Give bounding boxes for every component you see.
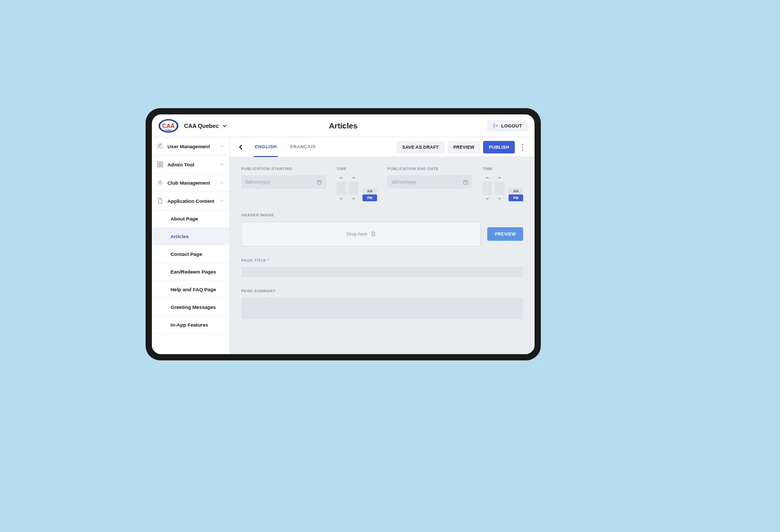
svg-point-9 [159, 181, 161, 184]
sidebar-item-application-content[interactable]: Application Content [152, 192, 229, 210]
sidebar-subitem-greeting[interactable]: Greeting Messages [152, 299, 229, 316]
end-hour-input[interactable] [483, 181, 492, 195]
more-vertical-icon [522, 144, 524, 151]
logout-label: LOGOUT [501, 123, 522, 128]
sidebar-item-label: Admin Tool [167, 162, 216, 167]
pub-end-date-input[interactable] [387, 175, 472, 189]
svg-point-11 [522, 146, 523, 147]
tablet-frame: CAAQUEBEC CAA Quebec Articles LOGOUT Use… [146, 108, 541, 360]
grid-icon [157, 161, 163, 167]
users-icon [157, 143, 163, 149]
time-label: TIME [336, 166, 377, 171]
logout-icon [493, 123, 498, 128]
sidebar-item-label: Club Management [167, 180, 216, 186]
svg-point-12 [522, 149, 523, 150]
tab-francais[interactable]: FRANÇAIS [289, 137, 317, 157]
language-tabs: ENGLISH FRANÇAIS [254, 137, 317, 157]
app-screen: CAAQUEBEC CAA Quebec Articles LOGOUT Use… [152, 114, 535, 354]
page-summary-input[interactable] [241, 297, 523, 319]
chevron-down-icon [220, 180, 224, 185]
sidebar-item-admin-tool[interactable]: Admin Tool [152, 155, 229, 174]
end-pm-button[interactable]: PM [509, 194, 523, 201]
toolbar: ENGLISH FRANÇAIS SAVE AS DRAFT PREVIEW P… [230, 137, 535, 157]
header-image-dropzone[interactable]: Drop here [241, 222, 481, 246]
svg-text:CAA: CAA [162, 123, 175, 129]
sidebar-subitem-help-faq[interactable]: Help and FAQ Page [152, 281, 229, 299]
tab-english[interactable]: ENGLISH [254, 137, 278, 157]
sidebar: User Management Admin Tool Club Manageme… [152, 137, 230, 354]
sidebar-subitem-about-page[interactable]: About Page [152, 210, 229, 228]
svg-rect-14 [463, 180, 467, 184]
minute-input[interactable] [349, 181, 358, 195]
calendar-icon [317, 179, 322, 185]
sidebar-item-label: Application Content [167, 198, 216, 204]
ampm-toggle: AM PM [362, 188, 377, 201]
caa-logo: CAAQUEBEC [158, 118, 179, 134]
sidebar-subitem-in-app-features[interactable]: In-App Features [152, 316, 229, 334]
minute-up-button[interactable] [351, 175, 356, 180]
chevron-down-icon [222, 123, 227, 128]
svg-rect-8 [161, 165, 163, 167]
svg-rect-6 [161, 162, 163, 164]
page-title-field-label: PAGE TITLE * [241, 258, 523, 263]
chevron-down-icon [220, 144, 224, 148]
sidebar-subitem-contact-page[interactable]: Contact Page [152, 245, 229, 263]
chevron-down-icon [220, 162, 224, 166]
pm-button[interactable]: PM [362, 194, 377, 201]
app-header: CAAQUEBEC CAA Quebec Articles LOGOUT [152, 114, 535, 137]
gear-icon [157, 179, 163, 186]
hour-down-button[interactable] [339, 196, 344, 201]
back-button[interactable] [237, 144, 244, 151]
end-ampm-toggle: AM PM [509, 188, 523, 201]
file-icon [371, 231, 376, 237]
am-button[interactable]: AM [362, 188, 377, 194]
app-body: User Management Admin Tool Club Manageme… [152, 137, 535, 354]
end-minute-input[interactable] [495, 181, 504, 195]
svg-point-10 [522, 144, 523, 145]
svg-rect-5 [158, 162, 160, 164]
preview-button[interactable]: PREVIEW [448, 141, 480, 153]
main-panel: ENGLISH FRANÇAIS SAVE AS DRAFT PREVIEW P… [230, 137, 535, 354]
header-image-label: HEADER IMAGE [241, 213, 523, 217]
pub-start-label: PUBLICATION STARTING [241, 166, 326, 171]
pub-start-date-input[interactable] [241, 175, 326, 189]
end-am-button[interactable]: AM [509, 188, 523, 194]
pub-start-date-field[interactable] [245, 179, 317, 185]
hour-input[interactable] [336, 181, 346, 195]
document-icon [157, 198, 163, 204]
save-draft-button[interactable]: SAVE AS DRAFT [397, 141, 445, 153]
form-content: PUBLICATION STARTING TIME [230, 157, 535, 354]
end-minute-down-button[interactable] [497, 196, 502, 201]
logout-button[interactable]: LOGOUT [487, 120, 528, 132]
sidebar-item-user-management[interactable]: User Management [152, 137, 229, 155]
sidebar-item-club-management[interactable]: Club Management [152, 174, 229, 192]
page-title-input[interactable] [241, 267, 523, 277]
svg-rect-13 [317, 180, 321, 184]
publish-button[interactable]: PUBLISH [483, 141, 515, 153]
sidebar-subitem-articles[interactable]: Articles [152, 228, 229, 245]
club-name: CAA Quebec [184, 123, 219, 129]
end-hour-up-button[interactable] [485, 175, 490, 180]
sidebar-subitem-ean-redeem[interactable]: Ean/Redeem Pages [152, 263, 229, 281]
svg-point-4 [158, 144, 160, 146]
chevron-left-icon [238, 144, 244, 150]
drop-here-text: Drop here [347, 231, 368, 237]
club-selector[interactable]: CAA Quebec [184, 123, 227, 129]
page-summary-label: PAGE SUMMARY [241, 289, 523, 293]
pub-end-label: PUBLICATION END DATE [387, 166, 472, 171]
time-label-end: TIME [483, 166, 523, 171]
image-preview-button[interactable]: PREVIEW [487, 227, 523, 241]
end-hour-down-button[interactable] [485, 196, 490, 201]
calendar-icon [463, 179, 468, 185]
sidebar-item-label: User Management [167, 144, 216, 149]
hour-up-button[interactable] [339, 175, 344, 180]
page-title: Articles [329, 121, 357, 130]
end-minute-up-button[interactable] [497, 175, 502, 180]
chevron-up-icon [220, 199, 224, 203]
svg-text:QUEBEC: QUEBEC [165, 129, 172, 132]
pub-end-date-field[interactable] [392, 179, 463, 185]
more-menu-button[interactable] [518, 144, 527, 151]
minute-down-button[interactable] [351, 196, 356, 201]
svg-rect-7 [158, 165, 160, 167]
